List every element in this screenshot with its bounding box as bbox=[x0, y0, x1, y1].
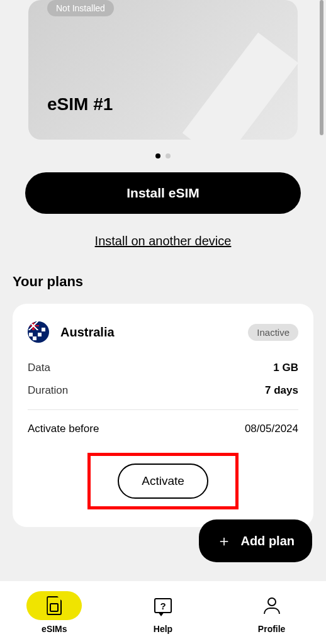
nav-esims-label: eSIMs bbox=[42, 624, 67, 634]
nav-esims[interactable]: eSIMs bbox=[26, 591, 82, 634]
pagination-dot[interactable] bbox=[166, 153, 171, 158]
duration-value: 7 days bbox=[265, 384, 298, 397]
nav-profile-label: Profile bbox=[258, 624, 286, 634]
data-label: Data bbox=[28, 362, 50, 374]
plan-status-badge: Inactive bbox=[248, 324, 298, 341]
divider bbox=[28, 409, 298, 410]
duration-label: Duration bbox=[28, 384, 68, 397]
status-badge: Not Installed bbox=[47, 0, 114, 16]
nav-help[interactable]: ? Help bbox=[135, 591, 191, 634]
bottom-nav: eSIMs ? Help Profile bbox=[0, 581, 326, 644]
pagination-dot-active[interactable] bbox=[155, 153, 160, 158]
nav-profile[interactable]: Profile bbox=[244, 591, 300, 634]
pagination-dots bbox=[13, 153, 313, 158]
install-other-device-link[interactable]: Install on another device bbox=[13, 234, 313, 248]
activate-button[interactable]: Activate bbox=[118, 464, 208, 499]
sim-icon bbox=[47, 596, 62, 615]
plan-card: Australia Inactive Data 1 GB Duration 7 … bbox=[13, 304, 313, 527]
activate-before-value: 08/05/2024 bbox=[245, 423, 298, 435]
activate-before-label: Activate before bbox=[28, 423, 99, 435]
scrollbar[interactable] bbox=[320, 0, 323, 135]
profile-icon bbox=[264, 597, 280, 614]
your-plans-title: Your plans bbox=[13, 274, 313, 290]
add-plan-button[interactable]: ＋ Add plan bbox=[199, 519, 312, 562]
esim-title: eSIM #1 bbox=[47, 94, 113, 114]
esim-card[interactable]: Not Installed eSIM #1 bbox=[28, 0, 298, 140]
country-name: Australia bbox=[60, 325, 115, 340]
highlight-box: Activate bbox=[87, 453, 239, 509]
add-plan-label: Add plan bbox=[240, 534, 295, 548]
australia-flag-icon bbox=[28, 321, 49, 343]
data-value: 1 GB bbox=[273, 362, 298, 374]
plus-icon: ＋ bbox=[216, 533, 232, 548]
install-esim-button[interactable]: Install eSIM bbox=[25, 172, 301, 214]
nav-help-label: Help bbox=[154, 624, 172, 634]
help-icon: ? bbox=[154, 598, 172, 613]
